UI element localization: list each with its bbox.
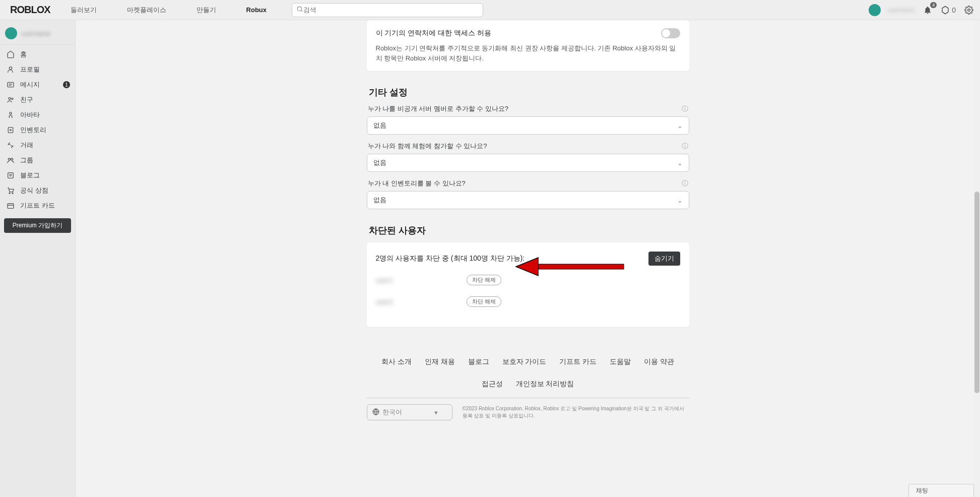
svg-point-3 [968,9,970,11]
footer-links: 회사 소개인재 채용블로그보호자 가이드기프트 카드도움말이용 약관접근성개인정… [367,357,689,389]
avatar[interactable] [869,4,881,16]
svg-rect-11 [8,128,13,133]
footer-link[interactable]: 인재 채용 [425,357,455,366]
sidebar-item-label: 메시지 [20,80,40,89]
svg-line-1 [301,11,303,12]
search-box[interactable] [292,3,483,17]
footer-link[interactable]: 이용 약관 [644,357,674,366]
sidebar-item-message[interactable]: 메시지1 [0,77,75,92]
footer-link[interactable]: 개인정보 처리방침 [516,380,574,389]
unblock-button[interactable]: 차단 해제 [467,296,501,307]
contact-access-title: 이 기기의 연락처에 대한 액세스 허용 [376,29,491,38]
scrollbar-thumb[interactable] [974,192,979,393]
language-select[interactable]: 한국어 ▾ [367,404,452,420]
footer-link[interactable]: 기프트 카드 [559,357,597,366]
svg-point-9 [12,98,13,99]
chevron-down-icon: ▾ [434,409,438,416]
sidebar-item-label: 그룹 [20,156,33,165]
chevron-down-icon: ⌄ [677,159,683,167]
home-icon [6,50,15,59]
footer-link[interactable]: 도움말 [610,357,631,366]
search-input[interactable] [303,6,479,14]
notif-badge: 4 [930,2,937,8]
sidebar-item-shop[interactable]: 공식 상점 [0,183,75,198]
chat-tab[interactable]: 채팅 [908,484,974,497]
shop-icon [6,186,15,195]
robux-count: 0 [952,6,956,14]
help-icon[interactable]: ⓘ [682,142,688,151]
footer-link[interactable]: 블로그 [468,357,489,366]
inventory-icon [6,126,15,135]
globe-icon [372,408,379,417]
blocked-username: user2 [376,298,467,306]
setting-value: 없음 [373,158,386,167]
svg-point-10 [10,112,12,114]
sidebar-item-label: 아바타 [20,110,40,119]
help-icon[interactable]: ⓘ [682,179,688,188]
chevron-down-icon: ⌄ [677,197,683,204]
sidebar-item-label: 친구 [20,95,33,104]
footer-bottom: 한국어 ▾ ©2023 Roblox Corporation. Roblox, … [367,404,689,420]
sidebar-item-giftcard[interactable]: 기프트 카드 [0,198,75,213]
sidebar-item-label: 공식 상점 [20,186,48,195]
setting-row: 누가 나를 비공개 서버 멤버로 추가할 수 있나요?ⓘ없음⌄ [367,104,689,135]
nav-marketplace[interactable]: 마켓플레이스 [112,0,181,20]
blocked-users-title: 차단된 사용자 [369,224,689,236]
nav-create[interactable]: 만들기 [181,0,231,20]
sidebar: username 홈프로필메시지1친구아바타인벤토리거래그룹블로그공식 상점기프… [0,20,76,497]
help-icon[interactable]: ⓘ [682,104,688,113]
giftcard-icon [6,201,15,210]
nav-discover[interactable]: 둘러보기 [55,0,112,20]
setting-label: 누가 나를 비공개 서버 멤버로 추가할 수 있나요? [368,104,509,113]
sidebar-item-group[interactable]: 그룹 [0,153,75,168]
sidebar-item-inventory[interactable]: 인벤토리 [0,122,75,138]
robux-balance[interactable]: 0 [941,6,956,15]
blocked-users-card: 2명의 사용자를 차단 중 (최대 100명 차단 가능): 숨기기 user1… [367,242,689,327]
top-nav: 둘러보기 마켓플레이스 만들기 Robux [55,0,282,20]
friends-icon [6,95,15,104]
footer-link[interactable]: 접근성 [482,380,503,389]
message-icon [6,80,15,89]
profile-icon [6,65,15,74]
sidebar-item-friends[interactable]: 친구 [0,92,75,107]
unblock-button[interactable]: 차단 해제 [467,275,501,285]
footer-link[interactable]: 회사 소개 [381,357,412,366]
sidebar-item-trade[interactable]: 거래 [0,138,75,153]
contact-access-desc: Roblox는 기기 연락처를 주기적으로 동기화해 최신 권장 사항을 제공합… [376,43,680,63]
other-settings-title: 기타 설정 [369,86,689,98]
blocked-username: user1 [376,276,467,284]
avatar-icon [6,110,15,119]
svg-point-14 [11,158,13,160]
setting-label: 누가 내 인벤토리를 볼 수 있나요? [368,179,466,188]
sidebar-item-blog[interactable]: 블로그 [0,168,75,183]
sidebar-item-label: 기프트 카드 [20,201,55,210]
nav-robux[interactable]: Robux [231,0,282,20]
sidebar-item-home[interactable]: 홈 [0,47,75,62]
trade-icon [6,141,15,150]
setting-select[interactable]: 없음⌄ [367,154,689,172]
sidebar-username: username [21,30,50,37]
setting-select[interactable]: 없음⌄ [367,191,689,209]
scrollbar[interactable] [974,20,980,497]
setting-label: 누가 나와 함께 체험에 참가할 수 있나요? [368,142,487,151]
setting-row: 누가 내 인벤토리를 볼 수 있나요?ⓘ없음⌄ [367,179,689,209]
hide-button[interactable]: 숨기기 [648,252,680,266]
sidebar-user[interactable]: username [0,24,75,42]
chevron-down-icon: ⌄ [677,122,683,130]
contact-access-toggle[interactable] [661,28,680,38]
svg-point-0 [297,7,301,11]
topbar: ROBLOX 둘러보기 마켓플레이스 만들기 Robux username 4 … [0,0,980,20]
setting-row: 누가 나와 함께 체험에 참가할 수 있나요?ⓘ없음⌄ [367,142,689,172]
setting-select[interactable]: 없음⌄ [367,116,689,135]
premium-button[interactable]: Premium 가입하기 [4,218,71,233]
blocked-user-row: user1차단 해제 [376,275,680,285]
language-label: 한국어 [382,408,402,417]
footer-link[interactable]: 보호자 가이드 [502,357,547,366]
search-icon [296,6,303,14]
logo[interactable]: ROBLOX [5,4,55,16]
sidebar-item-profile[interactable]: 프로필 [0,62,75,77]
settings-button[interactable] [963,4,975,16]
notifications-button[interactable]: 4 [922,4,934,16]
sidebar-item-label: 거래 [20,141,33,150]
sidebar-item-avatar[interactable]: 아바타 [0,107,75,122]
